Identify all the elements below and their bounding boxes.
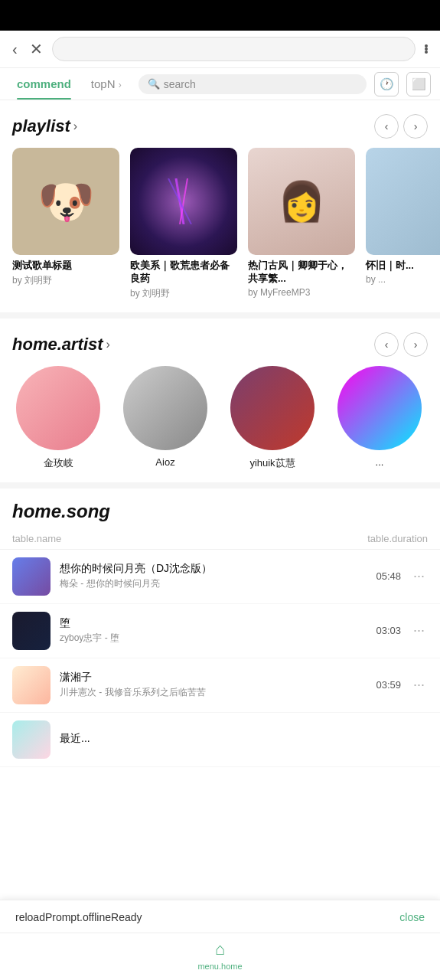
artist-nav-arrows: ‹ › <box>374 332 428 357</box>
offline-close-button[interactable]: close <box>399 911 425 923</box>
song-info-4: 最近... <box>60 732 419 747</box>
history-button[interactable]: 🕐 <box>374 72 399 96</box>
playlist-card-2-name: 欧美系｜歌荒患者必备良药 <box>130 260 237 286</box>
tab-topn-chevron: › <box>119 80 122 90</box>
tab-commend-label: commend <box>17 77 71 90</box>
playlist-card-3-name: 热门古风｜卿卿于心，共享繁... <box>248 260 355 286</box>
playlist-nav-arrows: ‹ › <box>374 114 428 139</box>
nav-home[interactable]: ⌂ menu.home <box>197 939 242 971</box>
home-icon: ⌂ <box>215 939 225 959</box>
song-more-2[interactable]: ··· <box>410 619 428 642</box>
offline-message: reloadPrompt.offlineReady <box>15 911 142 923</box>
artist-card-1[interactable]: 金玫岐 <box>12 366 104 470</box>
artist-scroll: 金玫岐 Aioz yihuik苡慧 ... <box>0 366 440 482</box>
playlist-card-4-image <box>366 148 440 255</box>
playlist-card-3[interactable]: 👩 热门古风｜卿卿于心，共享繁... by MyFreeMP3 <box>248 148 355 300</box>
song-name-1: 想你的时候问月亮（DJ沈念版） <box>60 562 367 576</box>
tab-topn-label: topN <box>91 77 116 90</box>
playlist-card-2-image <box>130 148 237 255</box>
close-tab-button[interactable]: ✕ <box>27 37 46 61</box>
playlist-title-text: playlist <box>12 116 70 136</box>
tab-topn[interactable]: topN › <box>83 68 129 100</box>
artist-card-4[interactable]: ... <box>334 366 425 470</box>
song-section-title: home.song <box>0 488 440 528</box>
search-label: search <box>164 78 196 90</box>
song-thumb-3 <box>12 666 51 704</box>
song-name-3: 潇湘子 <box>60 671 367 684</box>
tab-commend[interactable]: commend <box>9 68 79 100</box>
song-artist-1: 梅朵 - 想你的时候问月亮 <box>60 577 367 590</box>
song-row-3[interactable]: 潇湘子 川井憲次 - 我修音乐系列之后临苦苦 03:59 ··· <box>0 658 440 713</box>
song-more-1[interactable]: ··· <box>410 565 428 587</box>
song-row-4[interactable]: 最近... <box>0 713 440 767</box>
artist-header: home.artist › ‹ › <box>0 318 440 366</box>
artist-title-text: home.artist <box>12 335 103 354</box>
playlist-card-4-by: by ... <box>366 274 440 285</box>
back-button[interactable]: ‹ <box>9 38 21 61</box>
song-info-2: 堕 zyboy忠宇 - 堕 <box>60 616 367 645</box>
artist-card-4-name: ... <box>376 456 384 468</box>
url-input[interactable] <box>52 37 416 61</box>
song-thumb-1 <box>12 557 51 596</box>
divider-2 <box>0 482 440 488</box>
playlist-card-1-image: 🐶 <box>12 148 119 255</box>
song-thumb-2 <box>12 612 51 650</box>
artist-card-4-avatar <box>337 366 422 450</box>
playlist-card-1-name: 测试歌单标题 <box>12 260 119 273</box>
playlist-chevron: › <box>73 119 77 133</box>
playlist-title[interactable]: playlist › <box>12 116 77 136</box>
svg-line-2 <box>168 178 191 224</box>
artist-prev-button[interactable]: ‹ <box>374 332 399 357</box>
nav-home-label: menu.home <box>197 962 242 971</box>
history-icon: 🕐 <box>380 77 394 91</box>
playlist-card-2[interactable]: 欧美系｜歌荒患者必备良药 by 刘明野 <box>130 148 237 300</box>
table-name-header: table.name <box>12 533 61 544</box>
song-section: home.song table.name table.duration 想你的时… <box>0 488 440 828</box>
song-more-3[interactable]: ··· <box>410 674 428 696</box>
bottom-nav: ⌂ menu.home <box>0 933 440 980</box>
artist-card-3-avatar <box>230 366 315 450</box>
playlist-prev-button[interactable]: ‹ <box>374 114 399 139</box>
song-name-2: 堕 <box>60 616 367 630</box>
divider-1 <box>0 312 440 318</box>
status-bar <box>0 0 440 31</box>
more-options-button[interactable] <box>422 41 431 57</box>
artist-card-2-name: Aioz <box>155 456 174 468</box>
tabs-button[interactable]: ⬜ <box>406 72 431 96</box>
song-artist-2: zyboy忠宇 - 堕 <box>60 632 367 645</box>
artist-card-3[interactable]: yihuik苡慧 <box>227 366 318 470</box>
browser-bar: ‹ ✕ <box>0 31 440 68</box>
playlist-card-1-by: by 刘明野 <box>12 274 119 287</box>
table-duration-header: table.duration <box>367 533 428 544</box>
playlist-card-3-image: 👩 <box>248 148 355 255</box>
song-duration-3: 03:59 <box>376 679 401 691</box>
playlist-scroll: 🐶 测试歌单标题 by 刘明野 欧美系｜歌荒患者必备良药 by 刘明野 👩 热门… <box>0 148 440 312</box>
search-icon: 🔍 <box>148 78 160 90</box>
three-dots-icon <box>425 44 428 54</box>
playlist-card-3-by: by MyFreeMP3 <box>248 287 355 298</box>
playlist-card-1[interactable]: 🐶 测试歌单标题 by 刘明野 <box>12 148 119 300</box>
tab-bar: commend topN › 🔍 search 🕐 ⬜ <box>0 68 440 100</box>
playlist-card-4-name: 怀旧｜时... <box>366 260 440 273</box>
search-box[interactable]: 🔍 search <box>139 74 367 94</box>
playlist-header: playlist › ‹ › <box>0 100 440 148</box>
song-row-2[interactable]: 堕 zyboy忠宇 - 堕 03:03 ··· <box>0 604 440 658</box>
playlist-next-button[interactable]: › <box>403 114 428 139</box>
artist-card-1-avatar <box>16 366 100 450</box>
song-duration-2: 03:03 <box>376 625 401 636</box>
artist-chevron: › <box>106 338 110 351</box>
artist-card-1-name: 金玫岐 <box>44 456 73 470</box>
playlist-card-4[interactable]: 怀旧｜时... by ... <box>366 148 440 300</box>
artist-next-button[interactable]: › <box>403 332 428 357</box>
song-info-3: 潇湘子 川井憲次 - 我修音乐系列之后临苦苦 <box>60 671 367 699</box>
song-info-1: 想你的时候问月亮（DJ沈念版） 梅朵 - 想你的时候问月亮 <box>60 562 367 590</box>
song-thumb-4 <box>12 720 51 759</box>
song-row-1[interactable]: 想你的时候问月亮（DJ沈念版） 梅朵 - 想你的时候问月亮 05:48 ··· <box>0 550 440 604</box>
playlist-card-2-by: by 刘明野 <box>130 287 237 300</box>
artist-card-2-avatar <box>123 366 207 450</box>
tabs-icon: ⬜ <box>412 77 426 91</box>
artist-card-3-name: yihuik苡慧 <box>249 456 295 470</box>
artist-card-2[interactable]: Aioz <box>119 366 211 470</box>
song-table-header: table.name table.duration <box>0 528 440 550</box>
artist-title[interactable]: home.artist › <box>12 335 110 354</box>
